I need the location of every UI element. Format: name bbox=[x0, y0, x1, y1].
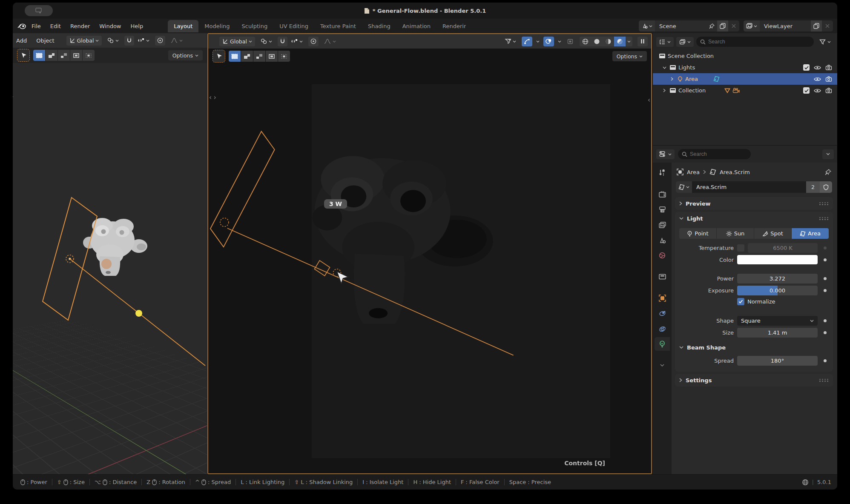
tab-tool[interactable] bbox=[655, 166, 670, 180]
spread-field[interactable]: 180° bbox=[737, 356, 818, 366]
region-expand-arrow-right[interactable]: ‹ bbox=[648, 96, 650, 104]
viewport-render-center[interactable]: Global bbox=[207, 33, 652, 474]
snap-toggle[interactable] bbox=[124, 36, 134, 46]
disable-render-camera-icon[interactable] bbox=[825, 65, 832, 70]
pause-render-button[interactable] bbox=[638, 37, 648, 46]
breadcrumb-data[interactable]: Area.Scrim bbox=[720, 169, 750, 175]
show-gizmo-toggle[interactable] bbox=[522, 37, 532, 46]
menu-window[interactable]: Window bbox=[95, 21, 125, 31]
menu-edit[interactable]: Edit bbox=[46, 21, 65, 31]
viewport-center-canvas[interactable]: 3 W Controls [Q] bbox=[208, 64, 651, 473]
menu-help[interactable]: Help bbox=[126, 21, 148, 31]
new-view-layer-button[interactable] bbox=[811, 20, 822, 32]
proportional-editing-toggle[interactable] bbox=[155, 36, 165, 46]
outliner-scene-dropdown[interactable] bbox=[676, 37, 694, 47]
outliner-row-collection[interactable]: Collection bbox=[653, 85, 837, 96]
select-extend-button[interactable] bbox=[46, 50, 57, 61]
select-intersect-button[interactable] bbox=[83, 50, 95, 61]
breadcrumb-object[interactable]: Area bbox=[687, 169, 700, 175]
active-tool-tweak[interactable] bbox=[212, 50, 225, 63]
animate-decorator[interactable] bbox=[821, 331, 829, 334]
new-scene-button[interactable] bbox=[717, 20, 728, 32]
outliner-search-input[interactable] bbox=[708, 39, 810, 45]
tab-world[interactable] bbox=[655, 249, 670, 262]
panel-settings-header[interactable]: Settings bbox=[675, 374, 833, 387]
select-invert-button[interactable] bbox=[70, 50, 82, 61]
light-type-sun[interactable]: Sun bbox=[717, 228, 754, 239]
select-invert-button[interactable] bbox=[266, 51, 278, 62]
select-subtract-button[interactable] bbox=[58, 50, 70, 61]
tab-rendering[interactable]: Rendering bbox=[436, 20, 466, 32]
remove-view-layer-button[interactable] bbox=[822, 20, 833, 32]
snapping-dropdown[interactable] bbox=[137, 36, 152, 46]
tab-strip-overflow[interactable] bbox=[655, 358, 670, 372]
properties-search[interactable] bbox=[678, 149, 751, 159]
object-menu[interactable]: Object bbox=[33, 37, 57, 44]
editor-type-dropdown[interactable] bbox=[656, 149, 675, 159]
suzanne-rendered[interactable] bbox=[313, 156, 493, 324]
tab-constraints[interactable] bbox=[655, 306, 670, 320]
animate-decorator[interactable] bbox=[821, 289, 829, 292]
outliner-row-scene-collection[interactable]: Scene Collection bbox=[653, 50, 837, 62]
unlink-scene-button[interactable] bbox=[728, 20, 739, 32]
tab-output[interactable] bbox=[655, 203, 670, 216]
region-expand-arrow-left[interactable]: › bbox=[13, 93, 14, 100]
suzanne-solid[interactable] bbox=[83, 218, 147, 276]
select-box-new-button[interactable] bbox=[33, 50, 45, 61]
expand-chevron-icon[interactable] bbox=[661, 89, 667, 92]
pivot-point-dropdown[interactable] bbox=[104, 36, 122, 46]
window-controls-pill[interactable] bbox=[25, 5, 53, 16]
outliner-display-mode-dropdown[interactable] bbox=[656, 37, 674, 47]
exclude-checkbox[interactable] bbox=[803, 64, 810, 71]
temperature-checkbox[interactable] bbox=[737, 244, 744, 252]
proportional-falloff-dropdown[interactable] bbox=[168, 36, 186, 46]
select-box-new-button[interactable] bbox=[229, 51, 241, 62]
shading-wireframe-button[interactable] bbox=[580, 37, 591, 46]
select-extend-button[interactable] bbox=[241, 51, 253, 62]
tab-render[interactable] bbox=[655, 187, 670, 201]
snap-toggle[interactable] bbox=[278, 37, 287, 46]
light-type-point[interactable]: Point bbox=[679, 228, 717, 239]
outliner-row-lights[interactable]: Lights bbox=[653, 62, 837, 73]
panel-preview-header[interactable]: Preview bbox=[675, 197, 833, 210]
show-overlays-toggle[interactable] bbox=[543, 37, 554, 46]
fake-user-button[interactable] bbox=[820, 181, 832, 193]
proportional-editing-toggle[interactable] bbox=[308, 37, 319, 46]
options-dropdown-center[interactable]: Options bbox=[612, 51, 647, 61]
menu-file[interactable]: File bbox=[27, 21, 45, 31]
hide-viewport-eye-icon[interactable] bbox=[814, 88, 821, 93]
network-globe-icon[interactable] bbox=[802, 479, 809, 486]
tab-collection[interactable] bbox=[655, 270, 670, 284]
panel-grip[interactable] bbox=[819, 202, 829, 205]
exclude-checkbox[interactable] bbox=[803, 87, 810, 94]
size-field[interactable]: 1.41 m bbox=[737, 328, 818, 338]
proportional-falloff-dropdown[interactable] bbox=[321, 37, 339, 46]
hide-viewport-eye-icon[interactable] bbox=[814, 65, 821, 70]
viewport-left-canvas[interactable] bbox=[13, 63, 207, 474]
shading-dropdown[interactable] bbox=[626, 37, 632, 46]
outliner-row-area[interactable]: Area bbox=[653, 73, 837, 85]
shading-material-button[interactable] bbox=[603, 37, 614, 46]
overlays-dropdown[interactable] bbox=[557, 37, 563, 46]
select-intersect-button[interactable] bbox=[278, 51, 290, 62]
pin-scene-button[interactable] bbox=[706, 20, 717, 32]
tab-object[interactable] bbox=[655, 291, 670, 305]
outliner-search[interactable] bbox=[696, 37, 814, 47]
gizmo-dropdown[interactable] bbox=[535, 37, 541, 46]
users-count-button[interactable]: 2 bbox=[806, 181, 820, 193]
transform-orientation-dropdown[interactable]: Global bbox=[219, 37, 255, 46]
snapping-dropdown[interactable] bbox=[290, 37, 306, 46]
expand-chevron-icon[interactable] bbox=[669, 77, 675, 81]
shading-solid-button[interactable] bbox=[591, 37, 603, 46]
region-collapse-arrow[interactable]: ‹ › bbox=[209, 94, 216, 101]
tab-scene[interactable] bbox=[655, 233, 670, 247]
disable-render-camera-icon[interactable] bbox=[825, 76, 832, 82]
animate-decorator[interactable] bbox=[821, 258, 829, 261]
tab-texture-paint[interactable]: Texture Paint bbox=[314, 20, 362, 32]
tab-uv-editing[interactable]: UV Editing bbox=[273, 20, 314, 32]
tab-view-layer[interactable] bbox=[655, 218, 670, 232]
scene-browse-button[interactable] bbox=[639, 20, 655, 32]
pin-icon[interactable] bbox=[825, 169, 831, 175]
color-swatch[interactable] bbox=[737, 255, 818, 264]
animate-decorator[interactable] bbox=[821, 319, 829, 322]
